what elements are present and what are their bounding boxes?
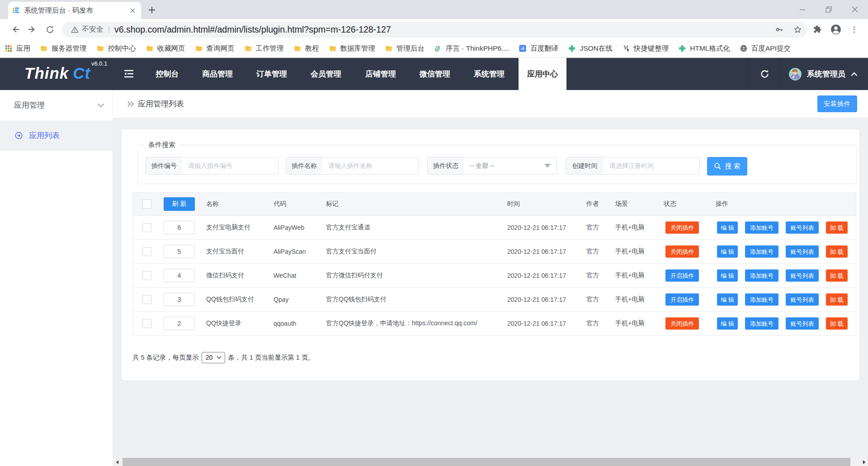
plugin-name: 支付宝当面付 (206, 247, 244, 256)
action-button[interactable]: 添加账号 (745, 246, 778, 258)
bookmark-item[interactable]: 快捷键整理 (623, 42, 669, 55)
row-checkbox[interactable] (142, 223, 151, 232)
action-button[interactable]: 账号列表 (786, 318, 819, 330)
action-button[interactable]: 添加账号 (745, 294, 778, 306)
sidebar-toggle-icon[interactable] (124, 69, 134, 78)
extensions-puzzle-icon[interactable] (813, 25, 822, 34)
nav-item[interactable]: 商品管理 (202, 58, 233, 90)
action-button[interactable]: 账号列表 (786, 222, 819, 234)
action-button[interactable]: 编 辑 (717, 294, 738, 306)
action-button[interactable]: 添加账号 (745, 270, 778, 282)
status-button-open[interactable]: 开启插件 (665, 270, 699, 282)
new-tab-button[interactable] (147, 5, 156, 14)
sidebar-group-app-management[interactable]: 应用管理 (0, 90, 113, 120)
install-plugin-button[interactable]: 安装插件 (817, 95, 857, 112)
status-select[interactable]: -- 全部 -- (464, 157, 557, 174)
status-button-close[interactable]: 关闭插件 (665, 246, 699, 258)
key-icon[interactable] (775, 25, 783, 34)
profile-icon[interactable] (830, 24, 842, 35)
sort-number-input[interactable]: 6 (164, 221, 195, 234)
nav-item[interactable]: 会员管理 (311, 58, 341, 90)
scroll-left-icon[interactable] (113, 458, 121, 466)
reload-icon[interactable] (44, 24, 55, 35)
text-input[interactable]: 请输入插件名称 (322, 157, 419, 174)
scrollbar-thumb[interactable] (123, 458, 850, 466)
text-input[interactable]: 请选择注册时间 (604, 157, 699, 174)
sort-number-input[interactable]: 3 (164, 293, 195, 306)
bookmark-item[interactable]: 教程 (294, 42, 319, 55)
action-button[interactable]: 卸 载 (826, 318, 848, 330)
status-button-open[interactable]: 开启插件 (665, 294, 699, 306)
status-button-close[interactable]: 关闭插件 (665, 318, 699, 330)
user-menu[interactable]: 系统管理员 (789, 58, 858, 90)
row-checkbox[interactable] (142, 247, 151, 256)
bookmark-item[interactable]: HTML格式化 (679, 42, 730, 55)
action-button[interactable]: 卸 载 (826, 294, 848, 306)
row-checkbox[interactable] (142, 319, 151, 328)
bookmark-item[interactable]: 数据库管理 (329, 42, 376, 55)
tab-close-icon[interactable] (128, 6, 137, 14)
search-button[interactable]: 搜 索 (707, 157, 747, 176)
action-button[interactable]: 卸 载 (826, 222, 848, 234)
page-refresh-icon[interactable] (760, 69, 769, 79)
action-button[interactable]: 编 辑 (717, 318, 738, 330)
text-input[interactable]: 请输入插件编号 (182, 157, 278, 174)
search-legend: 条件搜索 (144, 141, 179, 149)
nav-item-active[interactable]: 应用中心 (519, 58, 566, 90)
not-secure-warning-icon[interactable] (71, 26, 79, 33)
forward-icon[interactable] (26, 24, 37, 35)
action-button[interactable]: 账号列表 (786, 294, 819, 306)
sort-number-input[interactable]: 5 (164, 245, 195, 258)
window-restore-icon[interactable] (816, 0, 842, 19)
horizontal-scrollbar[interactable] (113, 458, 868, 466)
bookmark-item[interactable]: 管理后台 (385, 42, 425, 55)
bookmark-star-icon[interactable] (793, 25, 802, 34)
action-button[interactable]: 账号列表 (786, 246, 819, 258)
action-button[interactable]: 添加账号 (745, 222, 778, 234)
window-minimize-icon[interactable] (789, 0, 816, 19)
bookmark-item[interactable]: 序言 · ThinkPHP6.... (434, 42, 509, 55)
bookmark-item[interactable]: 译百度翻译 (519, 42, 558, 55)
nav-item[interactable]: 系统管理 (474, 58, 505, 90)
action-button[interactable]: 卸 载 (826, 270, 848, 282)
bookmark-item[interactable]: 控制中心 (97, 42, 136, 55)
refresh-button[interactable]: 刷 新 (164, 197, 195, 211)
select-all-checkbox[interactable] (142, 200, 151, 209)
action-button[interactable]: 卸 载 (826, 246, 848, 258)
page-size-select[interactable]: 20 (202, 352, 226, 363)
bookmark-item[interactable]: 工作管理 (245, 42, 284, 55)
row-checkbox[interactable] (142, 295, 151, 304)
bookmark-item[interactable]: 服务器管理 (40, 42, 87, 55)
nav-item[interactable]: 店铺管理 (365, 58, 396, 90)
address-url[interactable]: v6.shop.com/admin.html#/admin/lists/plug… (114, 24, 770, 35)
address-bar[interactable]: 不安全 | v6.shop.com/admin.html#/admin/list… (62, 22, 807, 38)
sidebar-item-plugin-list[interactable]: 应用列表 (0, 120, 113, 151)
nav-item[interactable]: 控制台 (156, 58, 179, 90)
browser-tab[interactable]: 系统管理后台 · 码发布 (8, 2, 141, 19)
bookmark-item[interactable]: 收藏网页 (146, 42, 185, 55)
action-button[interactable]: 编 辑 (717, 246, 738, 258)
sort-number-input[interactable]: 4 (164, 269, 195, 282)
sidebar-item-label: 应用列表 (29, 130, 60, 141)
menu-dots-icon[interactable] (850, 25, 859, 34)
status-button-close[interactable]: 关闭插件 (665, 222, 699, 234)
action-button[interactable]: 账号列表 (786, 270, 819, 282)
field-label: 创建时间 (566, 157, 604, 174)
back-icon[interactable] (11, 24, 22, 35)
pen-icon (623, 45, 630, 52)
window-close-icon[interactable] (842, 0, 868, 19)
bookmark-item[interactable]: 查询网页 (195, 42, 235, 55)
column-header: 时间 (507, 200, 520, 208)
action-button[interactable]: 编 辑 (717, 270, 738, 282)
nav-item[interactable]: 微信管理 (420, 58, 450, 90)
bookmark-item[interactable]: 应用 (5, 42, 30, 55)
bookmark-item[interactable]: 百度API提交 (740, 42, 791, 55)
action-button[interactable]: 编 辑 (717, 222, 738, 234)
sort-number-input[interactable]: 2 (164, 317, 195, 330)
bookmark-item[interactable]: JSON在线 (568, 42, 612, 55)
row-checkbox[interactable] (142, 271, 151, 280)
scroll-right-icon[interactable] (860, 458, 868, 466)
action-button[interactable]: 添加账号 (745, 318, 778, 330)
nav-item[interactable]: 订单管理 (256, 58, 287, 90)
folder-icon (385, 45, 392, 52)
